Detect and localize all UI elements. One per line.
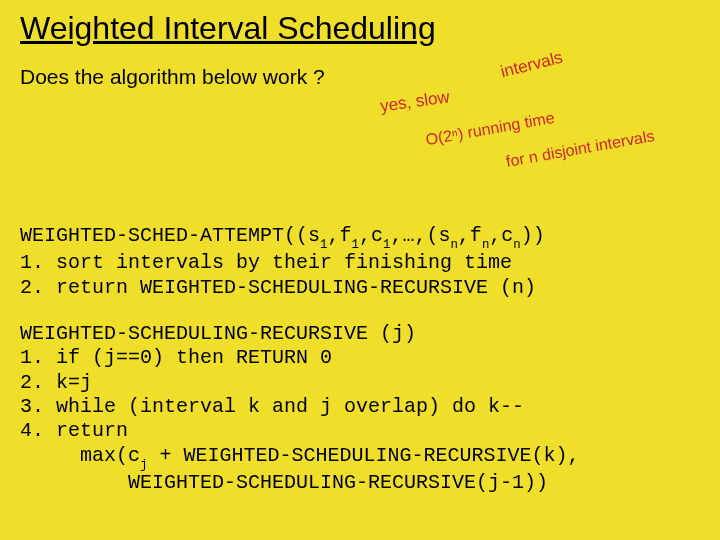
code2-line6: WEIGHTED-SCHEDULING-RECURSIVE(j-1)) [20, 471, 548, 494]
t: )) [521, 224, 545, 247]
annotation-yes-slow: yes, slow [379, 87, 451, 117]
sub: j [140, 458, 147, 472]
sub: n [450, 238, 457, 252]
code1-line2: 2. return WEIGHTED-SCHEDULING-RECURSIVE … [20, 276, 536, 299]
sub: 1 [320, 238, 327, 252]
code1-line1: 1. sort intervals by their finishing tim… [20, 251, 512, 274]
pseudocode: WEIGHTED-SCHED-ATTEMPT((s1,f1,c1,…,(sn,f… [20, 224, 700, 495]
code2-header: WEIGHTED-SCHEDULING-RECURSIVE (j) [20, 322, 416, 345]
t: ,c [489, 224, 513, 247]
code1-header: WEIGHTED-SCHED-ATTEMPT((s1,f1,c1,…,(sn,f… [20, 224, 545, 247]
t: max(c [20, 444, 140, 467]
page-title: Weighted Interval Scheduling [20, 10, 700, 47]
t: ,f [458, 224, 482, 247]
code2-line2: 2. k=j [20, 371, 92, 394]
gap [20, 300, 700, 322]
code2-line3: 3. while (interval k and j overlap) do k… [20, 395, 524, 418]
sub: n [482, 238, 489, 252]
t: + WEIGHTED-SCHEDULING-RECURSIVE(k), [147, 444, 579, 467]
annotation-complexity: O(2ⁿ) running time [424, 109, 555, 149]
t: ,c [359, 224, 383, 247]
annotation-area: yes, slow O(2ⁿ) running time for n disjo… [350, 60, 720, 180]
sub: n [513, 238, 520, 252]
sub: 1 [352, 238, 359, 252]
t: ,…,(s [390, 224, 450, 247]
sub: 1 [383, 238, 390, 252]
code2-line4: 4. return [20, 419, 128, 442]
t: ,f [328, 224, 352, 247]
slide: Weighted Interval Scheduling Does the al… [0, 0, 720, 540]
t: WEIGHTED-SCHED-ATTEMPT((s [20, 224, 320, 247]
code2-line1: 1. if (j==0) then RETURN 0 [20, 346, 332, 369]
code2-line5: max(cj + WEIGHTED-SCHEDULING-RECURSIVE(k… [20, 444, 580, 467]
annotation-disjoint: for n disjoint intervals [505, 127, 656, 171]
